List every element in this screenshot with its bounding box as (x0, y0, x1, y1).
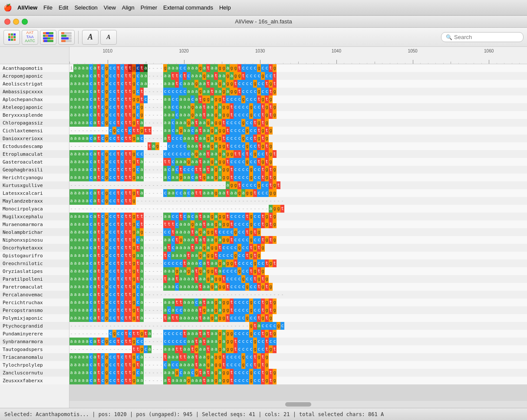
sequence-row[interactable]: aaaaacatcgcctcttgac-----atcccaaataagaggt… (69, 135, 527, 142)
menu-help[interactable]: Help (219, 4, 231, 11)
search-box[interactable]: 🔍 (441, 32, 524, 42)
sequence-row[interactable]: aaaaacatcgcctcttgca-----taaattaataagaggt… (69, 353, 527, 361)
menu-view[interactable]: View (104, 4, 116, 11)
menu-primer[interactable]: Primer (141, 4, 157, 11)
sequence-row[interactable]: aaaaacatcgcctcttgca-----aaacaaaaataagagg… (69, 283, 527, 291)
nucleotide: - (198, 291, 202, 299)
sequence-row[interactable]: aaaaacatcgcctcttgcg-----aaccaaagaataagag… (69, 103, 527, 111)
nucleotide: - (206, 322, 210, 330)
sequence-row[interactable]: aaaaacatcgcctcttgta-----aaagaagatgaggtac… (69, 267, 527, 275)
menu-file[interactable]: File (43, 4, 53, 11)
sequence-row[interactable]: aaaaacatcgcctcttgta-----ccccctaaacataaga… (69, 259, 527, 267)
sequence-row[interactable]: aaaaacatcgcctcttgcaa----aaatcaaagaataaga… (69, 80, 527, 88)
menu-selection[interactable]: Selection (74, 4, 97, 11)
sequence-row[interactable]: aaaaacatcgcctcttgta-----acaccaaaatgaagag… (69, 306, 527, 314)
nucleotide: a (93, 111, 97, 119)
menu-external[interactable]: External commands (163, 4, 213, 11)
menu-align[interactable]: Align (122, 4, 135, 11)
nucleotide: t (97, 275, 101, 283)
sequence-row[interactable]: aaaaacatcgcctcttgta-----caaccacattaaagaa… (69, 189, 527, 197)
sequence-row[interactable]: iaaaacatcgcctcttgcta----gaaaccaaagataagg… (69, 64, 527, 72)
search-input[interactable] (454, 34, 519, 40)
sequence-row[interactable]: aaaaacatcgcctcttgcg-----aaacaaagaataagag… (69, 111, 527, 119)
sequence-row[interactable]: aaaaacatcgcctcttgca-----acactcccttatagag… (69, 166, 527, 174)
nucleotide: a (73, 158, 77, 166)
sequence-row[interactable]: aaaaacatcgcctcttgta-----caccaaaataagaggt… (69, 361, 527, 369)
sequence-panel[interactable]: 101010201030104010501060 iaaaacatcgcctct… (69, 47, 527, 408)
toolbar-btn-3[interactable] (40, 30, 56, 45)
toolbar-btn-4[interactable] (58, 30, 75, 45)
sequence-row[interactable]: ----------------------------------------… (69, 181, 527, 189)
sequence-row[interactable]: aaaaacatcgcctcttgta-----tattaaaaataagagg… (69, 314, 527, 322)
nucleotide: a (187, 275, 191, 283)
nucleotide: a (81, 119, 85, 127)
sequence-row[interactable]: ----------------ttgca---aaattaatgaataaga… (69, 345, 527, 353)
horizontal-scrollbar[interactable] (69, 401, 527, 408)
nucleotide: g (226, 299, 230, 306)
sequence-row[interactable]: aaaaacatcgcctcttgtt-----aacctcacataagagg… (69, 213, 527, 220)
nucleotide: c (179, 338, 183, 345)
sequence-row[interactable]: ----------------------------------------… (69, 205, 527, 213)
sequence-row[interactable]: aaaaacatcgcctcttg-----------------------… (69, 197, 527, 205)
nucleotide: a (144, 64, 148, 72)
nucleotide: - (167, 181, 171, 189)
nucleotide: a (77, 306, 81, 314)
nucleotide: g (132, 103, 136, 111)
sequence-row[interactable]: aaaaacatcgcctcttgcc-----ccccccaatataaaga… (69, 338, 527, 345)
sequence-row[interactable]: aaaaacatcgcctcttgca-----aaagcaacgtatagag… (69, 369, 527, 377)
nucleotide: t (191, 228, 194, 236)
sequence-row[interactable]: aaaaacatcgcctcttgaa-----ataaaagaaataagag… (69, 377, 527, 384)
nucleotide: - (97, 205, 101, 213)
menu-aliview[interactable]: AliView (17, 4, 37, 11)
font-smaller-button[interactable]: A (100, 30, 117, 45)
sequence-row[interactable]: --------------------tag--cccccaaataagagg… (69, 142, 527, 150)
sequence-row[interactable]: aaaaacatcgcctcttgct-----tttcaaagaataagag… (69, 220, 527, 228)
nucleotide: a (191, 88, 194, 95)
sequence-row[interactable]: aaaaacatcgcctcttgaa-----tcaaaataagaggtcc… (69, 252, 527, 259)
nucleotide: a (69, 197, 73, 205)
zoom-button[interactable] (22, 19, 28, 25)
sequence-row[interactable]: aaaaacatcgcctcttgcaa----aattctcaaagaataa… (69, 72, 527, 80)
sequence-row[interactable]: aaaaacatcgcctcttgca-----aaattaaacataagag… (69, 299, 527, 306)
sequence-row[interactable]: aaaaacatcgcctcttgta-----taataaaataagaggt… (69, 275, 527, 283)
sequence-row[interactable]: aaaaacatcgcctcttgta-----aacaaagataagaggt… (69, 119, 527, 127)
nucleotide: t (183, 330, 187, 338)
minimize-button[interactable] (13, 19, 19, 25)
sequence-row[interactable]: aaaaacatcgcctcttgca---------------------… (69, 291, 527, 299)
nucleotide: a (69, 103, 73, 111)
nucleotide: t (269, 220, 273, 228)
sequence-row[interactable]: ----------cgcctcttgta---ccccctaaatataaga… (69, 330, 527, 338)
nucleotide: t (163, 353, 167, 361)
sequence-row[interactable]: aaaaacatcgcctcttgca-----aactgaaatataagag… (69, 236, 527, 244)
nucleotide: g (245, 189, 249, 197)
nucleotide: a (202, 228, 206, 236)
nucleotide: a (81, 72, 85, 80)
sequence-row[interactable]: aaaaacatcgcctcttgaa-----acaagaacatgaagag… (69, 174, 527, 181)
nucleotide: a (85, 267, 89, 275)
sequence-rows[interactable]: iaaaacatcgcctcttgcta----gaaaccaaagataagg… (69, 64, 527, 401)
scroll-thumb[interactable] (285, 402, 311, 407)
nucleotide: a (210, 150, 214, 158)
apple-menu-icon[interactable]: 🍎 (3, 3, 12, 12)
sequence-row[interactable]: aaaaacatcgcctcttgcc-----cccccccagaataaga… (69, 150, 527, 158)
toolbar-btn-1[interactable] (3, 30, 20, 45)
nucleotide: t (116, 72, 120, 80)
menu-edit[interactable]: Edit (59, 4, 68, 11)
sequence-row[interactable]: ----------cgcctcttgtt---aacagaacataagagg… (69, 127, 527, 135)
nucleotide: - (77, 181, 81, 189)
sequence-row[interactable]: ----------------------------------------… (69, 322, 527, 330)
font-larger-button[interactable]: A (82, 30, 99, 45)
nucleotide: c (234, 127, 237, 135)
sequence-row[interactable]: aaaaacatcgcctcttgct-----ccccccaaagaataag… (69, 88, 527, 95)
sequence-row[interactable]: aaaaacatcgcctcttgag-----cctaaaatagaggtcc… (69, 228, 527, 236)
nucleotide: t (124, 88, 128, 95)
close-button[interactable] (4, 19, 10, 25)
nucleotide: c (218, 228, 222, 236)
sequence-row[interactable]: aaaaacatcgcctcttgta-----ttcaaagaataagagg… (69, 158, 527, 166)
nucleotide: - (152, 127, 155, 135)
nucleotide: g (105, 220, 109, 228)
toolbar-btn-2[interactable]: AATTAAAATC (22, 30, 38, 45)
sequence-row[interactable]: aaaaacatcgcctcttggtc----aaccaaacatggaggt… (69, 95, 527, 103)
nucleotide: - (159, 377, 163, 384)
sequence-row[interactable]: aaaaacatcgcctcttgta-----atcaaaataagaggtc… (69, 244, 527, 252)
